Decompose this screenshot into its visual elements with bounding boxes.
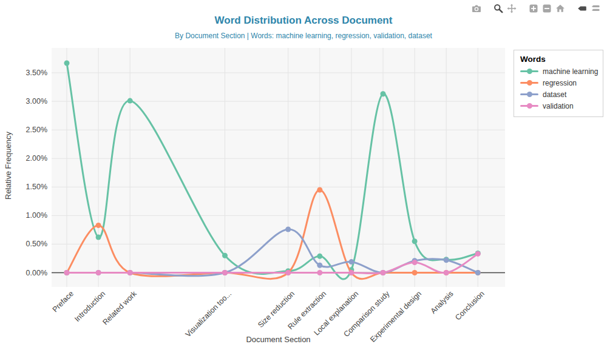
data-point-marker[interactable] [222,253,228,258]
y-tick-label: 1.50% [5,182,47,192]
legend-title: Words [520,55,597,64]
data-point-marker[interactable] [412,260,418,265]
data-point-marker[interactable] [317,270,322,275]
data-point-marker[interactable] [127,270,133,275]
y-tick-label: 3.50% [5,68,47,78]
data-point-marker[interactable] [348,270,354,275]
data-point-marker[interactable] [412,238,418,244]
legend-item-regression[interactable]: regression [520,77,597,89]
y-tick-label: 0.00% [5,268,47,278]
legend-item-machine-learning[interactable]: machine learning [520,66,597,77]
legend-sample [520,80,538,86]
data-point-marker[interactable] [475,251,481,257]
legend-item-dataset[interactable]: dataset [520,89,597,100]
data-point-marker[interactable] [64,270,70,275]
data-point-marker[interactable] [444,257,449,263]
y-tick-label: 2.50% [5,125,47,135]
legend-label: regression [543,79,577,87]
data-point-marker[interactable] [96,223,101,228]
y-tick-label: 1.00% [5,211,47,220]
legend-label: validation [543,102,574,110]
data-point-marker[interactable] [348,259,354,265]
data-point-marker[interactable] [96,235,101,240]
data-point-marker[interactable] [96,270,101,275]
data-point-marker[interactable] [317,263,322,268]
data-point-marker[interactable] [317,187,322,193]
data-point-marker[interactable] [381,270,386,275]
data-point-marker[interactable] [64,61,70,66]
data-point-marker[interactable] [444,270,449,275]
legend-sample [520,103,538,109]
legend-sample [520,92,538,97]
data-point-marker[interactable] [285,270,291,275]
y-tick-label: 0.50% [5,239,47,249]
data-point-marker[interactable] [317,254,322,259]
data-point-marker[interactable] [412,270,418,275]
legend-label: dataset [543,90,566,99]
y-tick-label: 3.00% [5,96,47,106]
legend: Words machine learningregressiondatasetv… [514,50,603,117]
data-point-marker[interactable] [381,91,386,96]
data-point-marker[interactable] [285,227,291,232]
figure: Word Distribution Across Document By Doc… [0,0,607,364]
legend-label: machine learning [543,67,598,76]
plot-background[interactable] [52,48,505,287]
data-point-marker[interactable] [475,270,481,275]
data-point-marker[interactable] [127,98,133,104]
legend-sample [520,69,538,74]
legend-item-validation[interactable]: validation [520,100,597,112]
y-tick-label: 2.00% [5,153,47,163]
data-point-marker[interactable] [222,270,228,275]
